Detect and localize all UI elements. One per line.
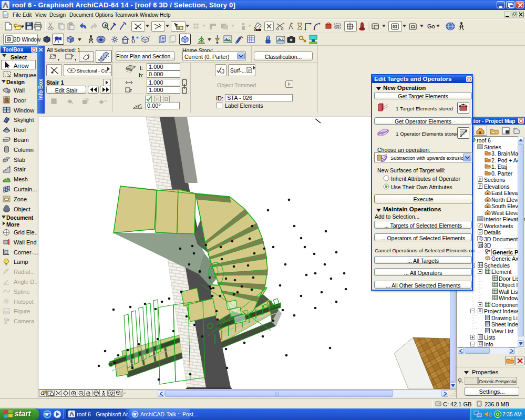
svg-text:e: e <box>45 411 48 417</box>
svg-text:e: e <box>133 412 137 417</box>
svg-text:3D: 3D <box>479 243 483 247</box>
